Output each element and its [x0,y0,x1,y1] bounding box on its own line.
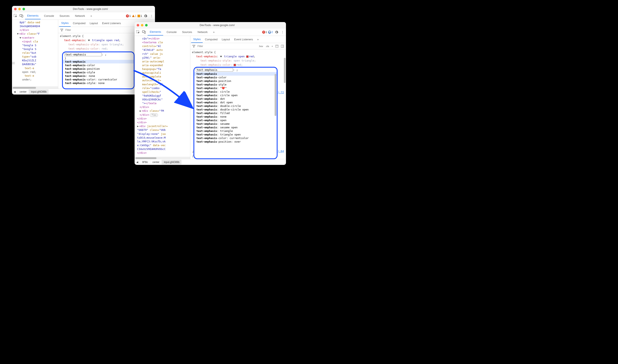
breadcrumb-item[interactable]: center [17,90,28,94]
filter-input[interactable] [197,45,257,48]
autocomplete-list[interactable]: text-emphasistext-emphasis-colortext-emp… [63,60,134,85]
tab-layout[interactable]: Layout [87,20,100,26]
autocomplete-item[interactable]: text-emphasis: double-circle open [194,108,277,111]
filter-icon[interactable] [192,44,196,49]
expand-icon[interactable] [220,56,222,57]
minimize-icon[interactable] [141,24,143,26]
device-toolbar-icon[interactable] [142,30,146,34]
vscrollbar[interactable] [275,74,276,156]
autocomplete-item[interactable]: text-emphasis [194,72,277,76]
breadcrumb-item[interactable]: center [150,160,162,164]
autocomplete-item[interactable]: text-emphasis-color [63,64,134,67]
tab-sources[interactable]: Sources [57,13,72,19]
issues-badge[interactable]: 💬2 [268,31,273,34]
autocomplete-item[interactable]: text-emphasis-position [63,67,134,71]
sidebar-icon[interactable] [280,44,285,49]
vscrollbar[interactable] [284,58,286,151]
gear-icon[interactable] [143,14,148,18]
device-toolbar-icon[interactable] [19,14,24,18]
disclosure-icon[interactable]: ▶ [140,109,142,113]
autocomplete-item[interactable]: text-emphasis: sesame [194,122,277,126]
issues-badge[interactable]: 1 [137,14,142,17]
close-icon[interactable] [137,24,139,26]
autocomplete-item[interactable]: text-emphasis-position: over [194,140,277,143]
autocomplete-item[interactable]: text-emphasis: sesame open [194,126,277,129]
tab-eventlisteners[interactable]: Event Listeners [100,20,123,26]
inspect-icon[interactable] [136,30,140,34]
tab-computed[interactable]: Computed [71,20,87,26]
color-swatch-icon[interactable] [233,64,236,66]
inspect-icon[interactable] [13,14,18,18]
autocomplete-item[interactable]: text-emphasis-color [194,76,277,79]
tab-sources[interactable]: Sources [180,29,194,35]
tab-console[interactable]: Console [165,29,179,35]
autocomplete-item[interactable]: text-emphasis-position [194,79,277,83]
dom-tree[interactable]: cQv"></div> <textarea cla controls="Al "… [135,36,190,156]
tab-eventlisteners[interactable]: Event Listeners [232,36,255,43]
hov-toggle[interactable]: :hov [258,45,264,48]
overflow-indicator[interactable]: ⋯ [12,62,15,65]
autocomplete-item[interactable]: text-emphasis-style: none [63,81,134,85]
plus-button[interactable]: + [271,45,274,48]
tab-more[interactable]: » [88,13,94,19]
autocomplete-item[interactable]: text-emphasis: "❤️" [194,86,277,90]
tab-network[interactable]: Network [73,13,87,19]
breadcrumb-item[interactable]: input.gNO89b [162,160,181,164]
minimize-icon[interactable] [18,8,21,10]
tab-more[interactable]: » [255,36,261,43]
breadcrumb-prev-icon[interactable]: ◀ [135,161,140,164]
filter-icon[interactable] [59,28,64,32]
autocomplete-item[interactable]: text-emphasis: circle open [194,93,277,97]
gear-icon[interactable] [274,30,279,34]
breadcrumb-prev-icon[interactable]: ◀ [12,90,17,93]
tab-computed[interactable]: Computed [203,36,220,43]
breadcrumb-item[interactable]: input.gNO89b [28,90,49,94]
zoom-icon[interactable] [145,24,148,26]
autocomplete-item[interactable]: text-emphasis-style [63,71,134,74]
tab-elements[interactable]: Elements [25,13,41,19]
autocomplete-item[interactable]: text-emphasis: open [194,118,277,122]
close-icon[interactable] [14,8,17,10]
css-property-input[interactable] [65,53,102,56]
autocomplete-item[interactable]: text-emphasis: double-circle [194,104,277,108]
filter-input[interactable] [65,28,137,32]
autocomplete-item[interactable]: text-emphasis: dot [194,97,277,101]
cls-toggle[interactable]: .cls [265,45,270,48]
errors-badge[interactable]: ✕1 [126,14,131,17]
tab-styles[interactable]: Styles [59,20,71,27]
flex-badge[interactable]: flex [150,113,158,117]
autocomplete-item[interactable]: text-emphasis: circle [194,90,277,93]
autocomplete-list[interactable]: text-emphasistext-emphasis-colortext-emp… [194,72,277,143]
disclosure-icon[interactable]: ▼ [17,32,19,36]
tab-console[interactable]: Console [42,13,56,19]
tab-styles[interactable]: Styles [191,36,203,43]
tab-elements[interactable]: Elements [148,28,163,36]
hscrollbar[interactable] [12,87,58,89]
zoom-icon[interactable] [23,8,25,10]
autocomplete-item[interactable]: text-emphasis: filled [194,111,277,115]
css-property-input[interactable] [196,68,233,72]
autocomplete-item[interactable]: text-emphasis: none [194,115,277,118]
tab-layout[interactable]: Layout [220,36,232,43]
autocomplete-item[interactable]: text-emphasis-color: currentcolor [63,78,134,81]
kebab-icon[interactable]: ⋮ [280,30,285,34]
hscrollbar[interactable] [135,157,190,159]
stylesheet-ref[interactable]: ):72 [277,90,284,94]
expand-icon[interactable] [88,40,90,41]
disclosure-icon[interactable]: ▶ [137,124,139,128]
tab-network[interactable]: Network [195,29,210,35]
breadcrumb-item[interactable]: 9FBc [140,160,150,164]
autocomplete-item[interactable]: text-emphasis-style [194,83,277,86]
autocomplete-item[interactable]: text-emphasis: none [63,74,134,78]
color-swatch-icon[interactable] [246,55,248,58]
autocomplete-item[interactable]: text-emphasis: triangle open [194,133,277,136]
autocomplete-item[interactable]: text-emphasis: dot open [194,101,277,104]
tab-more[interactable]: » [211,29,217,35]
kebab-icon[interactable]: ⋮ [149,14,154,18]
stylesheet-ref[interactable]: ):64 [277,149,284,153]
autocomplete-item[interactable]: text-emphasis: triangle [194,129,277,133]
dom-tree[interactable]: 8pb" data-ved IAxUqWUEAHQU4 </div> ▼<div… [12,20,58,82]
warnings-badge[interactable]: 1 [132,14,137,17]
errors-badge[interactable]: ✕1 [262,31,267,34]
disclosure-icon[interactable]: ▼ [20,36,22,40]
